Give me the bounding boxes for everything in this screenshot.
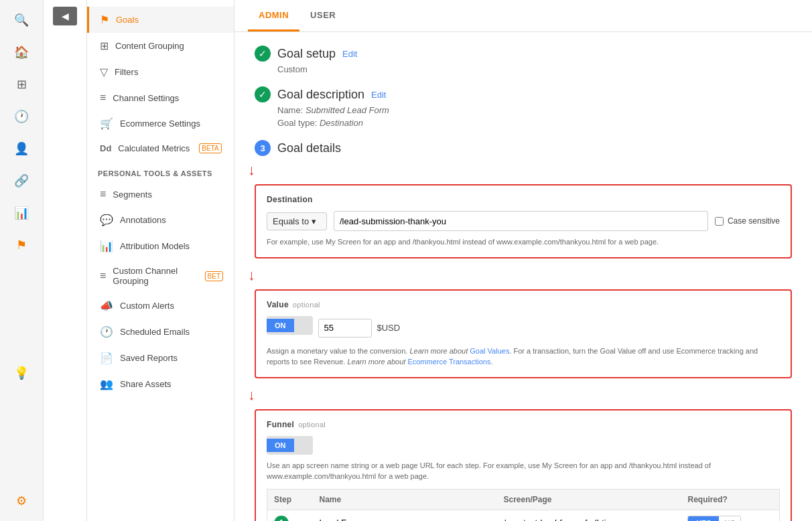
case-sensitive-label: Case sensitive [728,216,780,226]
check-icon-1: ✓ [255,46,271,62]
sidebar-label-saved-reports: Saved Reports [120,353,178,363]
destination-url-input[interactable] [334,211,708,231]
arrow-funnel: ↓ [248,388,792,402]
goal-type-value: Destination [320,118,363,128]
funnel-col-name: Name [313,489,497,510]
flag-icon[interactable]: ⚑ [8,232,35,258]
funnel-page-input[interactable] [504,516,666,522]
value-box: Valueoptional ON $USD Assign a monetary … [255,289,792,378]
segments-icon: ≡ [100,188,106,200]
tab-user[interactable]: USER [299,1,346,31]
attribution-icon: 📊 [100,240,113,252]
sidebar-label-share-assets: Share Assets [120,379,172,389]
equals-to-chevron: ▾ [312,216,316,226]
funnel-label: Funneloptional [267,420,780,429]
link-icon[interactable]: 🔗 [8,167,35,194]
check-icon-2: ✓ [255,86,271,102]
sidebar-item-channel-settings[interactable]: ≡ Channel Settings [87,85,234,110]
tab-admin[interactable]: ADMIN [248,1,299,31]
value-hint: Assign a monetary value to the conversio… [267,346,780,368]
goal-setup-title: Goal setup [277,47,336,61]
sidebar-item-annotations[interactable]: 💬 Annotations [87,207,234,233]
calculated-metrics-icon: Dd [100,143,111,153]
sidebar-item-share-assets[interactable]: 👥 Share Assets [87,371,234,397]
value-row: ON $USD [267,316,780,340]
goal-type-sub: Goal type: Destination [277,118,792,128]
search-icon[interactable]: 🔍 [8,7,35,33]
sidebar-label-ecommerce: Ecommerce Settings [120,119,200,129]
funnel-optional: optional [298,421,326,429]
dashboard-icon[interactable]: ⊞ [8,71,35,98]
sidebar-label-filters: Filters [115,67,138,77]
sidebar: ⚑ Goals ⊞ Content Grouping ▽ Filters ≡ C… [87,0,234,521]
currency-label: $USD [377,323,401,333]
funnel-col-required: Required? [681,489,779,510]
no-btn[interactable]: NO [719,516,741,522]
goal-values-link[interactable]: Goal Values [470,347,509,355]
funnel-hint: Use an app screen name string or a web p… [267,460,780,482]
sidebar-label-attribution: Attribution Models [120,241,190,251]
sidebar-item-ecommerce-settings[interactable]: 🛒 Ecommerce Settings [87,110,234,137]
chart-icon[interactable]: 📊 [8,200,35,226]
funnel-name-cell [313,510,497,521]
funnel-table: Step Name Screen/Page Required? 1 [267,489,780,522]
home-icon[interactable]: 🏠 [8,39,35,66]
goal-description-section: ✓ Goal description Edit Name: Submitted … [255,86,792,128]
value-toggle-off[interactable] [294,323,313,328]
clock-icon[interactable]: 🕐 [8,103,35,130]
sidebar-item-segments[interactable]: ≡ Segments [87,181,234,207]
goal-setup-edit[interactable]: Edit [342,49,357,59]
goal-details-section: 3 Goal details ↓ Destination Equals to ▾… [255,140,792,521]
share-assets-icon: 👥 [100,378,113,390]
gear-icon[interactable]: ⚙ [8,488,35,514]
ecommerce-transactions-link[interactable]: Ecommerce Transactions [407,358,490,366]
sidebar-label-scheduled-emails: Scheduled Emails [120,327,190,337]
funnel-toggle[interactable]: ON [267,436,313,455]
sidebar-item-filters[interactable]: ▽ Filters [87,59,234,85]
destination-label: Destination [267,195,780,204]
sidebar-item-content-grouping[interactable]: ⊞ Content Grouping [87,33,234,59]
funnel-page-cell [497,510,681,521]
personal-tools-label: PERSONAL TOOLS & ASSETS [87,160,234,181]
sidebar-item-goals[interactable]: ⚑ Goals [87,7,234,33]
sidebar-item-custom-alerts[interactable]: 📣 Custom Alerts [87,293,234,319]
equals-to-select[interactable]: Equals to ▾ [267,212,327,230]
goal-setup-sub: Custom [277,64,792,74]
person-icon[interactable]: 👤 [8,135,35,162]
case-sensitive-checkbox[interactable] [715,217,724,226]
sidebar-item-scheduled-emails[interactable]: 🕐 Scheduled Emails [87,319,234,345]
funnel-toggle-on[interactable]: ON [267,439,294,452]
sidebar-item-calculated-metrics[interactable]: Dd Calculated Metrics BETA [87,137,234,160]
funnel-required-cell: YES NO [681,510,779,521]
sidebar-item-attribution-models[interactable]: 📊 Attribution Models [87,233,234,259]
saved-reports-icon: 📄 [100,352,113,364]
funnel-toggle-off[interactable] [294,443,313,448]
funnel-col-page: Screen/Page [497,489,681,510]
main-content: ADMIN USER ✓ Goal setup Edit Custom ✓ Go… [234,0,812,521]
step-number-3: 3 [255,140,271,156]
destination-hint: For example, use My Screen for an app an… [267,236,780,248]
sidebar-label-custom-alerts: Custom Alerts [120,301,174,311]
goal-name-sub: Name: Submitted Lead Form [277,105,792,115]
custom-alerts-icon: 📣 [100,299,113,312]
funnel-name-input[interactable] [320,516,482,522]
case-sensitive-row: Case sensitive [715,216,780,226]
destination-row: Equals to ▾ Case sensitive [267,211,780,231]
value-toggle[interactable]: ON [267,316,313,335]
value-amount-input[interactable] [318,319,372,338]
sidebar-label-annotations: Annotations [120,215,166,225]
bulb-icon[interactable]: 💡 [8,360,35,386]
goal-details-header: 3 Goal details [255,140,792,156]
sidebar-item-saved-reports[interactable]: 📄 Saved Reports [87,345,234,371]
value-toggle-on[interactable]: ON [267,319,294,332]
value-label: Valueoptional [267,300,780,309]
sidebar-label-calculated-metrics: Calculated Metrics [118,143,190,153]
goal-description-edit[interactable]: Edit [371,90,386,100]
bet-badge: BET [205,271,223,281]
yes-btn[interactable]: YES [688,516,719,522]
sidebar-label-channel-settings: Channel Settings [113,93,179,103]
back-button[interactable]: ◀ [53,7,77,25]
secondary-nav: ◀ [44,0,87,521]
sidebar-item-custom-channel-grouping[interactable]: ≡ Custom Channel Grouping BET [87,259,234,293]
yes-no-toggle[interactable]: YES NO [687,516,741,522]
